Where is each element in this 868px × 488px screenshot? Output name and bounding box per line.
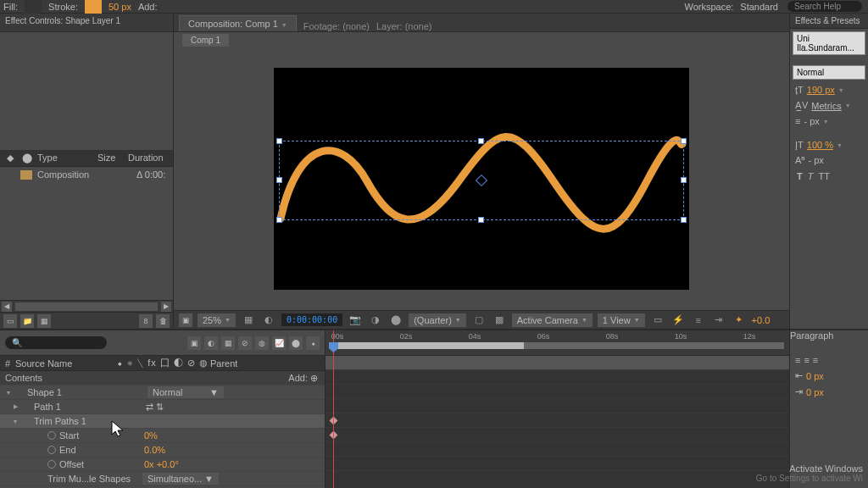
- anchor-point[interactable]: [476, 175, 487, 186]
- allcaps-icon[interactable]: TT: [818, 171, 829, 181]
- stroke-swatch[interactable]: [85, 0, 102, 14]
- bold-icon[interactable]: T: [797, 171, 803, 181]
- composition-viewer[interactable]: [174, 47, 789, 310]
- col-type[interactable]: Type: [34, 152, 89, 164]
- transparency-icon[interactable]: ▩: [492, 313, 507, 327]
- project-item-comp[interactable]: Composition Δ 0:00:: [0, 167, 173, 182]
- col-parent[interactable]: Parent: [210, 358, 237, 369]
- tl-tool-8[interactable]: ⬥: [306, 336, 320, 350]
- new-comp-icon[interactable]: ▦: [37, 314, 51, 328]
- stopwatch-icon[interactable]: [47, 460, 56, 469]
- view-dropdown[interactable]: 1 View▼: [598, 313, 645, 327]
- effect-controls-tab[interactable]: Effect Controls: Shape Layer 1: [0, 14, 173, 32]
- search-help[interactable]: Search Help: [787, 1, 862, 12]
- align-left-icon[interactable]: ≡: [795, 355, 800, 365]
- scroll-left-icon[interactable]: ◀: [2, 302, 12, 312]
- indent-right-value[interactable]: 0 px: [806, 387, 824, 397]
- handle-w[interactable]: [276, 177, 282, 183]
- tl-tool-1[interactable]: ▣: [187, 336, 201, 350]
- twirl-icon[interactable]: ▼: [5, 390, 12, 396]
- comp-sub-tab[interactable]: Comp 1: [182, 34, 229, 47]
- work-area[interactable]: [331, 342, 524, 349]
- col-duration[interactable]: Duration: [125, 152, 167, 164]
- effects-presets-tab[interactable]: Effects & Presets: [790, 14, 868, 29]
- stroke-width[interactable]: 50 px: [108, 2, 131, 12]
- fast-preview-icon[interactable]: ⚡: [670, 313, 686, 327]
- tl-tool-graph-icon[interactable]: 📈: [272, 336, 286, 350]
- col-size[interactable]: Size: [94, 152, 120, 164]
- composition-canvas[interactable]: [274, 68, 689, 290]
- kerning-value[interactable]: Metrics: [811, 101, 841, 111]
- timeline-icon[interactable]: ≡: [691, 313, 706, 327]
- bin-icon[interactable]: ▭: [3, 314, 17, 328]
- row-shape[interactable]: ▼ Shape 1 Normal▼: [0, 385, 325, 400]
- rgb-icon[interactable]: ⬤: [388, 313, 403, 327]
- add-label[interactable]: Add:: [288, 373, 308, 383]
- baseline-value[interactable]: - px: [808, 155, 823, 165]
- path-direction-icon[interactable]: ⇄ ⇅: [146, 402, 164, 413]
- paragraph-tab[interactable]: Paragraph: [790, 330, 868, 341]
- tl-tool-7[interactable]: ⬤: [289, 336, 303, 350]
- zoom-dropdown[interactable]: 25%▼: [198, 313, 236, 327]
- italic-icon[interactable]: T: [808, 171, 814, 181]
- row-trim-paths[interactable]: ▼ Trim Paths 1: [0, 414, 325, 429]
- workspace-value[interactable]: Standard: [740, 2, 778, 12]
- comp-flow-icon[interactable]: ⇥: [711, 313, 726, 327]
- add-menu-icon[interactable]: ⊕: [308, 373, 320, 384]
- snapshot-icon[interactable]: 📷: [348, 313, 363, 327]
- row-end[interactable]: End 0.0%: [0, 443, 325, 458]
- trash-icon[interactable]: 🗑: [156, 314, 170, 328]
- timeline-tracks[interactable]: [326, 356, 789, 488]
- mask-icon[interactable]: ◐: [261, 313, 276, 327]
- scroll-thumb[interactable]: [15, 302, 158, 311]
- font-style-dropdown[interactable]: Normal: [793, 65, 865, 80]
- tab-composition[interactable]: Composition: Comp 1▼: [179, 15, 297, 31]
- stopwatch-icon[interactable]: [47, 431, 56, 440]
- row-trim-multiple[interactable]: Trim Mu...le Shapes Simultaneo...▼: [0, 472, 325, 486]
- camera-dropdown[interactable]: Active Camera▼: [512, 313, 593, 327]
- end-value[interactable]: 0.0%: [144, 445, 165, 455]
- tab-footage[interactable]: Footage: (none): [303, 21, 370, 31]
- new-folder-icon[interactable]: 📁: [20, 314, 34, 328]
- vscale-value[interactable]: 100 %: [807, 140, 833, 150]
- pixel-aspect-icon[interactable]: ▭: [650, 313, 665, 327]
- row-offset[interactable]: Offset 0x +0.0°: [0, 458, 325, 472]
- twirl-icon[interactable]: ▶: [12, 403, 19, 410]
- exposure-value[interactable]: +0.0: [752, 315, 771, 325]
- start-value[interactable]: 0%: [144, 430, 158, 441]
- handle-n[interactable]: [478, 138, 484, 144]
- handle-nw[interactable]: [276, 138, 282, 144]
- always-preview-icon[interactable]: ▣: [179, 313, 192, 327]
- roi-icon[interactable]: ▢: [471, 313, 487, 327]
- timeline-ruler[interactable]: 00s 02s 04s 06s 08s 10s 12s: [326, 330, 789, 356]
- align-center-icon[interactable]: ≡: [804, 355, 809, 365]
- row-start[interactable]: Start 0%: [0, 429, 325, 443]
- current-time[interactable]: 0:00:00:00: [281, 313, 342, 326]
- tl-tool-5[interactable]: ◍: [255, 336, 269, 350]
- handle-sw[interactable]: [276, 217, 282, 223]
- effects-search-input[interactable]: Uni Ila.Sundaram...: [793, 31, 865, 55]
- timeline-search[interactable]: 🔍: [5, 336, 107, 349]
- playhead[interactable]: [333, 330, 334, 488]
- channel-icon[interactable]: ◑: [368, 313, 383, 327]
- tab-layer[interactable]: Layer: (none): [376, 21, 431, 31]
- tl-tool-4[interactable]: ⊘: [238, 336, 252, 350]
- exposure-reset-icon[interactable]: ✦: [732, 313, 747, 327]
- tracking-value[interactable]: - px: [804, 116, 819, 126]
- stopwatch-icon[interactable]: [47, 446, 56, 454]
- col-source[interactable]: Source Name: [15, 358, 117, 369]
- tl-tool-3[interactable]: ▦: [221, 336, 235, 350]
- grid-icon[interactable]: ▦: [241, 313, 256, 327]
- indent-left-value[interactable]: 0 px: [806, 371, 824, 381]
- row-contents[interactable]: Contents Add: ⊕: [0, 371, 325, 385]
- scroll-right-icon[interactable]: ▶: [161, 302, 171, 312]
- resolution-dropdown[interactable]: (Quarter)▼: [409, 313, 466, 327]
- trim-multiple-dropdown[interactable]: Simultaneo...▼: [142, 473, 219, 485]
- handle-ne[interactable]: [681, 138, 687, 144]
- project-hscroll[interactable]: ◀ ▶: [0, 300, 173, 312]
- offset-value[interactable]: 0x +0.0°: [144, 459, 179, 469]
- handle-s[interactable]: [478, 217, 484, 223]
- twirl-icon[interactable]: ▼: [12, 419, 19, 424]
- fill-swatch[interactable]: [25, 0, 42, 14]
- font-size-value[interactable]: 190 px: [807, 85, 835, 95]
